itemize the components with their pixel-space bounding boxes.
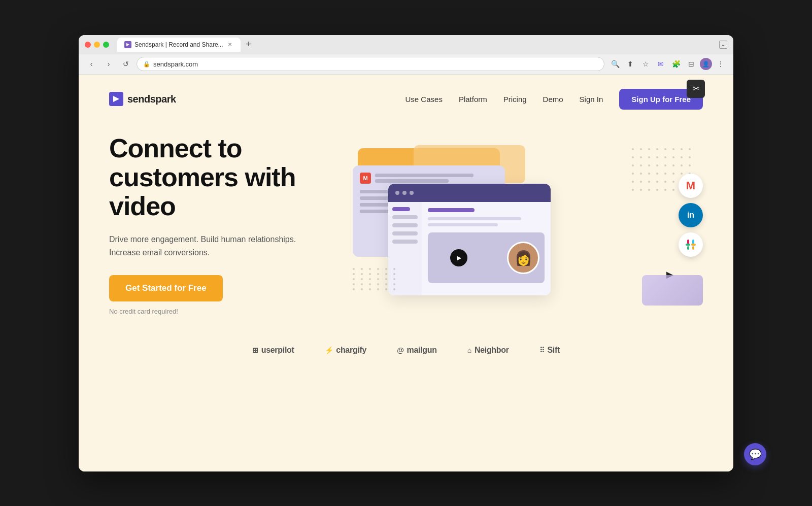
hero-visual: for(let i=0;i<48;i++){document.write('<d… bbox=[353, 143, 703, 306]
minimize-button[interactable] bbox=[94, 42, 100, 48]
chargify-icon: ⚡ bbox=[325, 346, 333, 354]
main-card: ▶ 👩 bbox=[388, 184, 551, 295]
gmail-icon: M bbox=[679, 174, 703, 198]
userpilot-icon: ⊞ bbox=[252, 346, 258, 354]
userpilot-label: userpilot bbox=[261, 346, 294, 355]
bookmark-icon[interactable]: ☆ bbox=[639, 57, 652, 71]
brand-sift: ⠿ Sift bbox=[539, 346, 560, 355]
sift-label: Sift bbox=[547, 346, 560, 355]
mailgun-label: mailgun bbox=[407, 346, 436, 355]
menu-icon[interactable]: ⋮ bbox=[714, 57, 727, 71]
nav-links: Use Cases Platform Pricing Demo Sign In … bbox=[405, 89, 703, 110]
active-tab[interactable]: ▶ Sendspark | Record and Share... ✕ bbox=[117, 38, 241, 52]
brand-neighbor: ⌂ Neighbor bbox=[467, 346, 509, 355]
sidebar-item-2 bbox=[392, 223, 418, 227]
extension-overlay-button[interactable]: ✂ bbox=[687, 80, 705, 98]
slack-icon bbox=[679, 232, 703, 257]
logo-icon bbox=[109, 92, 123, 106]
brand-mailgun: @ mailgun bbox=[397, 346, 437, 355]
new-tab-button[interactable]: + bbox=[243, 39, 255, 51]
refresh-button[interactable]: ↺ bbox=[119, 57, 132, 71]
chargify-label: chargify bbox=[336, 346, 366, 355]
play-button[interactable]: ▶ bbox=[450, 249, 467, 266]
integration-icons: M in bbox=[679, 174, 703, 257]
mail-extension-icon[interactable]: ✉ bbox=[654, 57, 667, 71]
browser-titlebar: ▶ Sendspark | Record and Share... ✕ + ⌄ bbox=[79, 35, 733, 54]
hero-text-block: Connect to customers with video Drive mo… bbox=[109, 134, 312, 316]
sidebar-item-3 bbox=[392, 231, 418, 235]
sidebar-item-1 bbox=[392, 215, 418, 219]
search-icon[interactable]: 🔍 bbox=[608, 57, 622, 71]
traffic-lights bbox=[85, 42, 109, 48]
hero-headline: Connect to customers with video bbox=[109, 134, 312, 221]
svg-rect-3 bbox=[686, 244, 690, 246]
nav-demo[interactable]: Demo bbox=[543, 95, 563, 104]
cta-button[interactable]: Get Started for Free bbox=[109, 275, 223, 301]
sift-icon: ⠿ bbox=[539, 346, 545, 354]
browser-toolbar: ‹ › ↺ 🔒 sendspark.com 🔍 ⬆ ☆ ✉ 🧩 ⊟ 👤 ⋮ bbox=[79, 54, 733, 75]
hero-subtext: Drive more engagement. Build human relat… bbox=[109, 233, 312, 259]
svg-rect-1 bbox=[687, 240, 689, 244]
toolbar-actions: 🔍 ⬆ ☆ ✉ 🧩 ⊟ 👤 ⋮ bbox=[608, 57, 727, 71]
tab-favicon-icon: ▶ bbox=[124, 41, 131, 48]
sidebar-item-active bbox=[392, 207, 410, 211]
video-thumbnail: ▶ 👩 bbox=[428, 232, 545, 283]
url-text: sendspark.com bbox=[153, 60, 198, 68]
nav-use-cases[interactable]: Use Cases bbox=[405, 95, 443, 104]
share-icon[interactable]: ⬆ bbox=[624, 57, 637, 71]
neighbor-icon: ⌂ bbox=[467, 346, 471, 354]
nav-sign-in[interactable]: Sign In bbox=[580, 95, 603, 104]
sidebar-item-4 bbox=[392, 240, 418, 244]
card-top-bar bbox=[428, 208, 475, 212]
lock-icon: 🔒 bbox=[143, 61, 150, 68]
win-dot-1 bbox=[395, 191, 399, 195]
tab-close-icon[interactable]: ✕ bbox=[226, 41, 233, 48]
linkedin-icon: in bbox=[679, 203, 703, 227]
close-button[interactable] bbox=[85, 42, 91, 48]
email-icon: M bbox=[360, 173, 371, 184]
win-dot-3 bbox=[410, 191, 414, 195]
svg-marker-0 bbox=[113, 96, 119, 102]
nav-pricing[interactable]: Pricing bbox=[503, 95, 527, 104]
card-main-area: ▶ 👩 bbox=[422, 202, 551, 295]
mailgun-icon: @ bbox=[397, 346, 403, 354]
back-button[interactable]: ‹ bbox=[85, 57, 98, 71]
nav-platform[interactable]: Platform bbox=[459, 95, 487, 104]
profile-avatar[interactable]: 👤 bbox=[700, 58, 712, 70]
site-logo[interactable]: sendspark bbox=[109, 92, 176, 106]
page-content: sendspark Use Cases Platform Pricing Dem… bbox=[79, 75, 733, 471]
window-menu-icon[interactable]: ⌄ bbox=[719, 41, 727, 49]
address-bar[interactable]: 🔒 sendspark.com bbox=[137, 57, 604, 71]
content-line-1 bbox=[428, 217, 521, 220]
purple-accent-block bbox=[642, 275, 703, 306]
card-header-bar bbox=[388, 184, 551, 202]
tab-title: Sendspark | Record and Share... bbox=[134, 41, 223, 48]
sidebar-icon[interactable]: ⊟ bbox=[685, 57, 698, 71]
svg-rect-5 bbox=[687, 246, 689, 250]
win-dot-2 bbox=[402, 191, 407, 195]
maximize-button[interactable] bbox=[103, 42, 109, 48]
svg-rect-6 bbox=[692, 246, 694, 250]
site-navigation: sendspark Use Cases Platform Pricing Dem… bbox=[79, 75, 733, 124]
card-body: ▶ 👩 bbox=[388, 202, 551, 295]
brand-logos-bar: ⊞ userpilot ⚡ chargify @ mailgun ⌂ Neigh… bbox=[79, 335, 733, 365]
brand-userpilot: ⊞ userpilot bbox=[252, 346, 294, 355]
tab-bar: ▶ Sendspark | Record and Share... ✕ + bbox=[117, 38, 255, 52]
forward-button[interactable]: › bbox=[102, 57, 115, 71]
svg-rect-2 bbox=[692, 240, 694, 244]
dots-pattern-bottom: for(let i=0;i<30;i++){document.write('<d… bbox=[353, 268, 398, 290]
hero-section: Connect to customers with video Drive mo… bbox=[79, 124, 733, 336]
brand-chargify: ⚡ chargify bbox=[325, 346, 367, 355]
person-avatar: 👩 bbox=[507, 242, 539, 274]
extensions-icon[interactable]: 🧩 bbox=[669, 57, 683, 71]
no-credit-text: No credit card required! bbox=[109, 308, 312, 315]
logo-text: sendspark bbox=[127, 93, 176, 105]
content-line-2 bbox=[428, 223, 498, 226]
card-content-lines bbox=[428, 217, 545, 226]
svg-rect-4 bbox=[691, 244, 696, 246]
neighbor-label: Neighbor bbox=[475, 346, 509, 355]
